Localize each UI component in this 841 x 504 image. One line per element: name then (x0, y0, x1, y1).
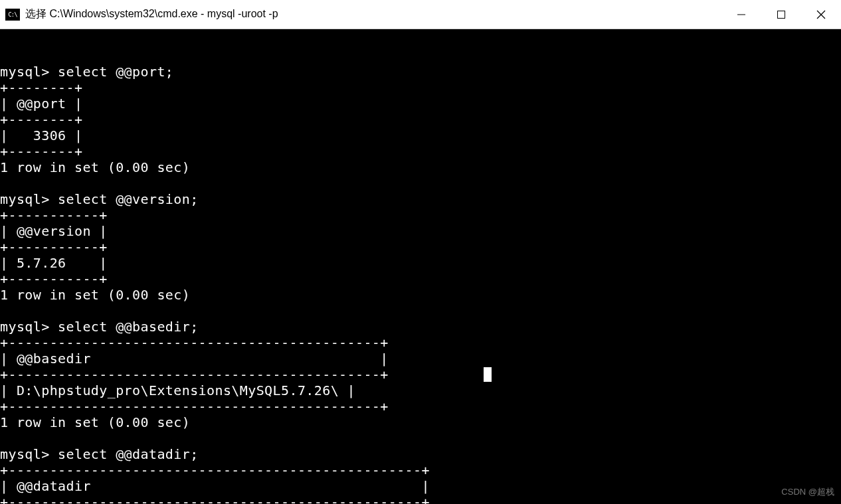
app-icon: C:\ (5, 9, 20, 21)
terminal-output: mysql> select @@port; +--------+ | @@por… (0, 64, 841, 504)
maximize-icon (777, 11, 785, 19)
watermark-text: CSDN @超栈 (781, 484, 834, 500)
terminal-cursor (484, 367, 492, 382)
minimize-button[interactable] (721, 0, 761, 29)
close-icon (816, 10, 826, 19)
maximize-button[interactable] (761, 0, 801, 29)
window-titlebar: C:\ 选择 C:\Windows\system32\cmd.exe - mys… (0, 0, 841, 29)
terminal-area[interactable]: mysql> select @@port; +--------+ | @@por… (0, 29, 841, 504)
titlebar-left: C:\ 选择 C:\Windows\system32\cmd.exe - mys… (5, 7, 278, 21)
window-title: 选择 C:\Windows\system32\cmd.exe - mysql -… (25, 7, 278, 21)
svg-rect-1 (778, 11, 785, 18)
minimize-icon (737, 11, 745, 19)
window-controls (721, 0, 841, 29)
close-button[interactable] (801, 0, 841, 29)
